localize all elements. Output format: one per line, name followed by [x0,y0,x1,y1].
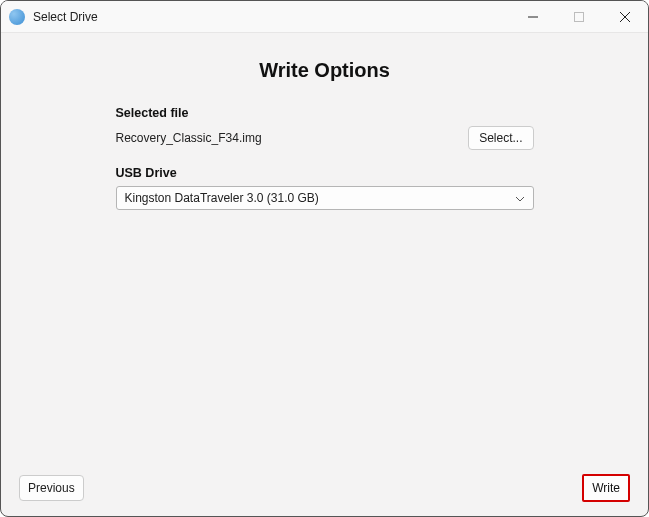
close-icon [620,12,630,22]
window-controls [510,1,648,32]
select-file-button[interactable]: Select... [468,126,533,150]
selected-file-row: Recovery_Classic_F34.img Select... [116,126,534,150]
minimize-icon [528,12,538,22]
usb-drive-label: USB Drive [116,166,534,180]
form-area: Selected file Recovery_Classic_F34.img S… [116,106,534,210]
titlebar: Select Drive [1,1,648,33]
minimize-button[interactable] [510,1,556,32]
chevron-down-icon [515,193,525,204]
previous-button[interactable]: Previous [19,475,84,501]
window-title: Select Drive [33,10,510,24]
app-window: Select Drive Write Options Selected file… [0,0,649,517]
svg-rect-1 [575,12,584,21]
selected-file-value: Recovery_Classic_F34.img [116,131,262,145]
app-icon [9,9,25,25]
usb-drive-dropdown[interactable]: Kingston DataTraveler 3.0 (31.0 GB) [116,186,534,210]
footer: Previous Write [19,474,630,502]
maximize-button[interactable] [556,1,602,32]
maximize-icon [574,12,584,22]
write-button[interactable]: Write [582,474,630,502]
close-button[interactable] [602,1,648,32]
usb-section: USB Drive Kingston DataTraveler 3.0 (31.… [116,166,534,210]
page-heading: Write Options [1,59,648,82]
selected-file-label: Selected file [116,106,534,120]
usb-drive-selected: Kingston DataTraveler 3.0 (31.0 GB) [125,191,319,205]
content-area: Write Options Selected file Recovery_Cla… [1,33,648,516]
